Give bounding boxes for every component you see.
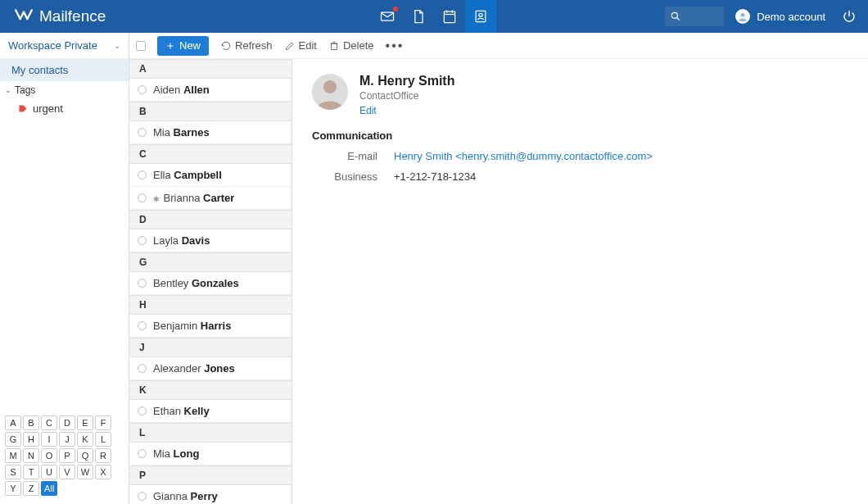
- letter-header: D: [129, 210, 292, 229]
- contact-row[interactable]: Mia Barnes: [129, 121, 292, 144]
- chevron-down-icon: ⌄: [114, 41, 120, 50]
- contact-row[interactable]: Aiden Allen: [129, 79, 292, 102]
- contact-row[interactable]: Bentley Gonzales: [129, 272, 292, 295]
- delete-button[interactable]: Delete: [328, 39, 374, 52]
- contact-select-circle[interactable]: [138, 170, 147, 179]
- notification-dot: [393, 7, 398, 11]
- contact-select-circle[interactable]: [138, 128, 147, 137]
- contact-row[interactable]: Ethan Kelly: [129, 400, 292, 423]
- nav-contacts[interactable]: [465, 0, 496, 33]
- contact-row-name: Layla Davis: [153, 234, 210, 247]
- contact-row[interactable]: Alexander Jones: [129, 357, 292, 380]
- refresh-label: Refresh: [235, 39, 273, 52]
- alpha-c[interactable]: C: [41, 415, 57, 430]
- nav-calendar[interactable]: [434, 0, 465, 33]
- alpha-b[interactable]: B: [23, 415, 39, 430]
- letter-header: K: [129, 380, 292, 400]
- contact-row[interactable]: Benjamin Harris: [129, 315, 292, 338]
- alpha-all[interactable]: All: [41, 481, 57, 496]
- contact-row[interactable]: ✱ Brianna Carter: [129, 187, 292, 210]
- alpha-l[interactable]: L: [95, 432, 111, 447]
- refresh-icon: [220, 40, 232, 52]
- alpha-j[interactable]: J: [59, 432, 75, 447]
- contact-row[interactable]: Ella Campbell: [129, 164, 292, 187]
- contact-select-circle[interactable]: [138, 321, 147, 330]
- alpha-w[interactable]: W: [77, 465, 93, 479]
- contact-edit-link[interactable]: Edit: [359, 105, 454, 116]
- field-business-value: +1-212-718-1234: [394, 170, 476, 183]
- alpha-r[interactable]: R: [95, 448, 111, 463]
- contact-list: AAiden AllenBMia BarnesCElla Campbell✱ B…: [129, 59, 292, 504]
- workspace-selector[interactable]: Workspace Private ⌄: [0, 33, 129, 59]
- alpha-h[interactable]: H: [23, 432, 39, 447]
- more-menu[interactable]: •••: [386, 39, 405, 53]
- alpha-z[interactable]: Z: [23, 481, 39, 496]
- contact-row-name: Benjamin Harris: [153, 320, 231, 332]
- contact-select-circle[interactable]: [138, 449, 147, 458]
- alpha-i[interactable]: I: [41, 432, 57, 447]
- alpha-p[interactable]: P: [59, 448, 75, 463]
- contact-row[interactable]: Mia Long: [129, 443, 292, 465]
- sidebar-my-contacts[interactable]: My contacts: [0, 59, 129, 81]
- plus-icon: [165, 41, 175, 51]
- letter-header: A: [129, 59, 292, 79]
- power-icon: [842, 9, 857, 24]
- edit-button[interactable]: Edit: [284, 39, 317, 52]
- contact-select-circle[interactable]: [138, 492, 147, 501]
- alpha-k[interactable]: K: [77, 432, 93, 447]
- alpha-e[interactable]: E: [77, 415, 93, 430]
- letter-header: H: [129, 295, 292, 315]
- svg-point-17: [323, 80, 337, 93]
- alpha-y[interactable]: Y: [5, 481, 21, 496]
- alpha-d[interactable]: D: [59, 415, 75, 430]
- contact-row-name: Aiden Allen: [153, 84, 210, 96]
- contact-row[interactable]: Gianna Perry: [129, 485, 292, 504]
- contact-select-circle[interactable]: [138, 236, 147, 245]
- alpha-f[interactable]: F: [95, 415, 111, 430]
- new-button[interactable]: New: [157, 36, 209, 56]
- alpha-a[interactable]: A: [5, 415, 21, 430]
- svg-point-6: [479, 13, 482, 16]
- contact-select-circle[interactable]: [138, 85, 147, 94]
- select-all-checkbox[interactable]: [136, 41, 146, 51]
- tag-urgent[interactable]: urgent: [0, 99, 129, 118]
- svg-rect-1: [444, 11, 454, 22]
- mailfence-logo-icon: [13, 6, 34, 27]
- field-email-value[interactable]: Henry Smith <henry.smith@dummy.contactof…: [394, 150, 653, 162]
- sidebar-tags-header[interactable]: ⌄ Tags: [0, 81, 129, 99]
- account-menu[interactable]: Demo account: [735, 9, 825, 24]
- refresh-button[interactable]: Refresh: [220, 39, 273, 52]
- search-icon: [670, 11, 681, 22]
- contact-select-circle[interactable]: [138, 364, 147, 373]
- logout-button[interactable]: [837, 4, 861, 29]
- field-business-label: Business: [312, 170, 377, 183]
- nav-documents[interactable]: [403, 0, 434, 33]
- svg-point-7: [672, 12, 678, 18]
- contact-row-name: Alexander Jones: [153, 362, 235, 375]
- svg-rect-0: [382, 12, 394, 20]
- alpha-v[interactable]: V: [59, 465, 75, 479]
- toolbar: New Refresh Edit Delete •••: [129, 33, 868, 59]
- tag-label: urgent: [33, 102, 63, 115]
- letter-header: P: [129, 465, 292, 485]
- alpha-x[interactable]: X: [95, 465, 111, 479]
- contact-row[interactable]: Layla Davis: [129, 229, 292, 252]
- alpha-s[interactable]: S: [5, 465, 21, 479]
- search-box[interactable]: [665, 7, 724, 26]
- alpha-t[interactable]: T: [23, 465, 39, 479]
- svg-line-8: [677, 18, 680, 20]
- alpha-n[interactable]: N: [23, 448, 39, 463]
- alpha-m[interactable]: M: [5, 448, 21, 463]
- tags-label: Tags: [15, 84, 35, 96]
- main-area: New Refresh Edit Delete ••• AAiden Allen…: [129, 33, 868, 504]
- contact-select-circle[interactable]: [138, 193, 147, 202]
- section-communication: Communication: [312, 129, 848, 142]
- alpha-u[interactable]: U: [41, 465, 57, 479]
- alpha-o[interactable]: O: [41, 448, 57, 463]
- alpha-q[interactable]: Q: [77, 448, 93, 463]
- contact-select-circle[interactable]: [138, 406, 147, 415]
- alpha-g[interactable]: G: [5, 432, 21, 447]
- contact-select-circle[interactable]: [138, 279, 147, 288]
- brand-logo[interactable]: Mailfence: [13, 6, 106, 27]
- nav-mail[interactable]: [372, 0, 403, 33]
